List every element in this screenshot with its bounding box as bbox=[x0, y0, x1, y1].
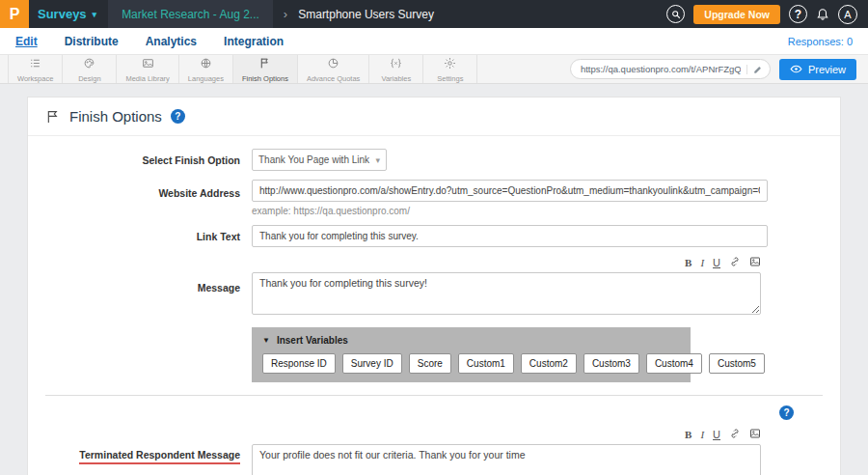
chevron-down-icon: ▾ bbox=[375, 155, 380, 165]
website-address-label: Website Address bbox=[45, 180, 240, 199]
main-nav: Edit Distribute Analytics Integration Re… bbox=[0, 28, 868, 54]
tab-edit[interactable]: Edit bbox=[15, 35, 38, 48]
topbar-actions: Upgrade Now ? A bbox=[666, 5, 868, 24]
survey-url-field[interactable]: https://qa.questionpro.com/t/APNrFZgQ bbox=[570, 59, 771, 79]
palette-icon bbox=[83, 56, 95, 73]
workspace-icon bbox=[29, 56, 41, 73]
chevron-down-icon: ▾ bbox=[93, 10, 97, 19]
variable-buttons: Response ID Survey ID Score Custom1 Cust… bbox=[262, 353, 680, 374]
image-icon bbox=[142, 56, 154, 73]
insert-variables-toggle[interactable]: ▼ Insert Variables bbox=[262, 335, 680, 346]
insert-variables-panel: ▼ Insert Variables Response ID Survey ID… bbox=[252, 327, 691, 382]
finish-options-form: Select Finish Option Thank You Page with… bbox=[28, 136, 840, 475]
upgrade-now-button[interactable]: Upgrade Now bbox=[693, 5, 780, 24]
link-icon[interactable] bbox=[729, 256, 741, 269]
bold-button[interactable]: B bbox=[685, 258, 692, 268]
toolbar-item-settings[interactable]: Settings bbox=[423, 55, 477, 83]
message-label: Message bbox=[45, 282, 240, 293]
finish-option-row: Select Finish Option Thank You Page with… bbox=[45, 149, 823, 171]
chevron-right-icon: › bbox=[284, 7, 287, 21]
page-title: Finish Options bbox=[69, 108, 162, 125]
finish-options-card: Finish Options ? Select Finish Option Th… bbox=[27, 97, 841, 475]
terminated-message-row: Terminated Respondent Message B I U Your… bbox=[45, 428, 823, 475]
underline-button[interactable]: U bbox=[713, 258, 720, 268]
gear-icon bbox=[444, 56, 456, 73]
message-textarea[interactable]: Thank you for completing this survey! bbox=[252, 272, 761, 315]
edit-url-pencil-icon[interactable] bbox=[746, 65, 763, 74]
toolbar-item-design[interactable]: Design bbox=[63, 55, 117, 83]
italic-button[interactable]: I bbox=[700, 258, 704, 268]
toolbar-right: https://qa.questionpro.com/t/APNrFZgQ Pr… bbox=[570, 55, 868, 83]
terminated-help-row: ? bbox=[45, 405, 823, 420]
variable-button-custom5[interactable]: Custom5 bbox=[709, 353, 765, 374]
variable-button-survey-id[interactable]: Survey ID bbox=[342, 353, 402, 374]
website-example-hint: example: https://qa.questionpro.com/ bbox=[252, 206, 823, 216]
finish-flag-icon bbox=[258, 56, 271, 73]
italic-button[interactable]: I bbox=[700, 430, 704, 440]
responses-count[interactable]: Responses: 0 bbox=[788, 36, 853, 47]
variable-button-response-id[interactable]: Response ID bbox=[262, 353, 336, 374]
questionpro-logo[interactable]: P bbox=[0, 0, 29, 28]
tab-analytics[interactable]: Analytics bbox=[146, 35, 197, 48]
insert-variables-row: ▼ Insert Variables Response ID Survey ID… bbox=[45, 327, 823, 382]
tab-integration[interactable]: Integration bbox=[224, 35, 284, 48]
variable-button-custom1[interactable]: Custom1 bbox=[458, 353, 514, 374]
variable-button-custom4[interactable]: Custom4 bbox=[646, 353, 702, 374]
link-text-input[interactable] bbox=[252, 225, 768, 247]
pie-chart-icon bbox=[327, 56, 339, 73]
website-address-input[interactable] bbox=[252, 180, 768, 202]
finish-option-selected-value: Thank You Page with Link bbox=[258, 154, 369, 165]
preview-button[interactable]: Preview bbox=[779, 59, 856, 80]
finish-flag-icon bbox=[45, 109, 61, 125]
toolbar-item-languages[interactable]: Languages bbox=[179, 55, 233, 83]
terminated-message-textarea[interactable]: Your profile does not fit our criteria. … bbox=[252, 444, 761, 475]
edit-toolbar: Workspace Design Media Library Languages… bbox=[0, 54, 868, 84]
card-header: Finish Options ? bbox=[28, 98, 840, 136]
help-icon[interactable]: ? bbox=[779, 405, 794, 420]
variable-button-custom3[interactable]: Custom3 bbox=[583, 353, 639, 374]
breadcrumb-current-survey: Smartphone Users Survey bbox=[298, 8, 434, 21]
toolbar-item-finish-options[interactable]: Finish Options bbox=[233, 55, 298, 83]
surveys-menu-label: Surveys bbox=[38, 7, 87, 21]
globe-icon bbox=[200, 56, 212, 73]
toolbar-item-workspace[interactable]: Workspace bbox=[8, 55, 63, 83]
message-row: Message B I U Thank you for completing t… bbox=[45, 256, 823, 319]
terminated-richtext-toolbar: B I U bbox=[252, 428, 761, 441]
variable-button-custom2[interactable]: Custom2 bbox=[521, 353, 577, 374]
surveys-menu[interactable]: Surveys ▾ bbox=[29, 7, 108, 21]
bold-button[interactable]: B bbox=[685, 430, 692, 440]
website-address-row: Website Address example: https://qa.ques… bbox=[45, 180, 823, 216]
message-richtext-toolbar: B I U bbox=[252, 256, 761, 269]
link-text-row: Link Text bbox=[45, 225, 823, 247]
toolbar-item-advance-quotas[interactable]: Advance Quotas bbox=[298, 55, 369, 83]
breadcrumb-parent-survey[interactable]: Market Research - Aug 2... bbox=[108, 0, 273, 28]
help-icon[interactable]: ? bbox=[171, 109, 185, 124]
finish-option-select[interactable]: Thank You Page with Link ▾ bbox=[252, 149, 387, 171]
notifications-bell-icon[interactable] bbox=[816, 8, 829, 21]
insert-image-icon[interactable] bbox=[749, 256, 761, 269]
link-icon[interactable] bbox=[729, 428, 741, 441]
eye-icon bbox=[790, 63, 802, 75]
survey-url-text: https://qa.questionpro.com/t/APNrFZgQ bbox=[581, 64, 741, 74]
toolbar-item-variables[interactable]: Variables bbox=[369, 55, 423, 83]
search-icon[interactable] bbox=[666, 5, 685, 23]
variable-button-score[interactable]: Score bbox=[409, 353, 451, 374]
variables-icon bbox=[390, 56, 402, 73]
caret-down-icon: ▼ bbox=[262, 336, 270, 345]
insert-image-icon[interactable] bbox=[749, 428, 761, 441]
tab-distribute[interactable]: Distribute bbox=[65, 35, 119, 48]
select-finish-option-label: Select Finish Option bbox=[45, 154, 240, 166]
avatar[interactable]: A bbox=[838, 5, 857, 24]
toolbar-item-media-library[interactable]: Media Library bbox=[117, 55, 178, 83]
link-text-label: Link Text bbox=[45, 231, 240, 242]
section-divider bbox=[45, 395, 823, 396]
help-icon[interactable]: ? bbox=[789, 5, 807, 23]
page-content: Finish Options ? Select Finish Option Th… bbox=[0, 84, 868, 475]
underline-button[interactable]: U bbox=[713, 430, 720, 440]
terminated-respondent-label: Terminated Respondent Message bbox=[45, 428, 240, 464]
topbar: P Surveys ▾ Market Research - Aug 2... ›… bbox=[0, 0, 868, 28]
